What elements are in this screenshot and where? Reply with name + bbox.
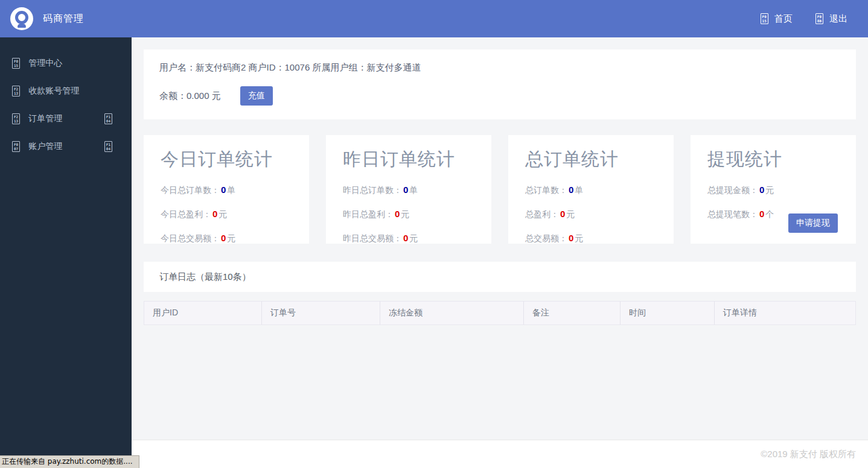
stat-line: 今日总订单数：0单 (161, 185, 292, 196)
stat-label: 总盈利： (525, 209, 559, 219)
app-title: 码商管理 (43, 13, 84, 25)
payment-accounts-icon: F213 (12, 86, 20, 96)
stat-label: 今日总订单数： (161, 185, 220, 195)
sidebar-item-label: 订单管理 (28, 113, 62, 124)
management-center-icon: F015 (12, 58, 20, 69)
stat-value: 0 (395, 209, 400, 219)
stat-line: 昨日总订单数：0单 (343, 185, 474, 196)
stat-card-yesterday: 昨日订单统计 昨日总订单数：0单 昨日总盈利：0元 昨日总交易额：0元 (326, 135, 491, 244)
logout-icon: F08B (815, 13, 823, 24)
stat-card-title: 总订单统计 (525, 147, 657, 172)
stat-unit: 元 (575, 233, 583, 243)
copyright-text: ©2019 新支付 版权所有 (761, 449, 856, 460)
sidebar-item-label: 收款账号管理 (28, 86, 79, 96)
stat-label: 昨日总盈利： (343, 209, 394, 219)
stat-unit: 单 (575, 185, 583, 195)
nav-home-label: 首页 (774, 13, 793, 25)
recharge-button[interactable]: 充值 (240, 86, 273, 106)
stat-value: 0 (221, 233, 226, 243)
stat-unit: 元 (409, 233, 418, 243)
stat-value: 0 (569, 233, 573, 243)
sidebar-item-order-management[interactable]: F213 订单管理 F104 (0, 105, 132, 133)
stat-unit: 元 (219, 209, 227, 219)
stat-value: 0 (221, 185, 226, 195)
home-icon: F015 (761, 13, 768, 24)
stat-label: 昨日总交易额： (343, 233, 402, 243)
stat-card-total: 总订单统计 总订单数：0单 总盈利：0元 总交易额：0元 (508, 135, 674, 244)
column-header-time: 时间 (621, 302, 715, 324)
stat-value: 0 (403, 233, 408, 243)
order-log-title-bar: 订单日志（最新10条） (144, 262, 856, 292)
stat-unit: 元 (227, 233, 235, 243)
order-management-icon: F213 (12, 113, 20, 124)
stat-line: 今日总盈利：0元 (161, 209, 292, 220)
column-header-remark: 备注 (524, 302, 621, 324)
stat-label: 总交易额： (525, 233, 567, 243)
column-header-user-id: 用户ID (144, 302, 262, 324)
nav-logout-label: 退出 (829, 13, 847, 25)
stat-unit: 元 (401, 209, 409, 219)
browser-status-bar: 正在传输来自 pay.zzhuti.com的数据.... (0, 455, 139, 468)
stat-unit: 元 (765, 185, 774, 195)
chevron-collapse-icon: F104 (104, 141, 112, 152)
column-header-order-detail: 订单详情 (715, 302, 855, 324)
stat-card-title: 提现统计 (707, 147, 839, 172)
stat-line: 总盈利：0元 (525, 209, 657, 220)
stat-value: 0 (759, 185, 764, 195)
header-nav: F015 首页 F08B 退出 (761, 13, 847, 25)
stat-value: 0 (212, 209, 217, 219)
stat-value: 0 (560, 209, 565, 219)
avatar-torso-icon (18, 24, 26, 28)
account-management-icon: F007 (12, 141, 20, 152)
main-content: 用户名：新支付码商2 商户ID：10076 所属用户组：新支付多通道 余额：0.… (132, 37, 868, 468)
stat-line: 总提现金额：0元 (707, 185, 839, 196)
stat-line: 今日总交易额：0元 (161, 233, 292, 244)
stat-value: 0 (759, 209, 764, 219)
stat-label: 总订单数： (525, 185, 567, 195)
order-log-table-header: 用户ID 订单号 冻结金额 备注 时间 订单详情 (144, 301, 856, 325)
stat-line: 昨日总盈利：0元 (343, 209, 474, 220)
chevron-collapse-icon: F104 (104, 113, 112, 124)
stat-line: 总订单数：0单 (525, 185, 657, 196)
stat-unit: 元 (566, 209, 575, 219)
app-logo-avatar-icon (10, 7, 33, 30)
nav-logout[interactable]: F08B 退出 (815, 13, 847, 25)
top-header: 码商管理 F015 首页 F08B 退出 (0, 0, 868, 37)
sidebar-item-label: 账户管理 (28, 141, 62, 152)
stat-unit: 单 (409, 185, 418, 195)
sidebar-item-account-management[interactable]: F007 账户管理 F104 (0, 133, 132, 160)
stat-card-today: 今日订单统计 今日总订单数：0单 今日总盈利：0元 今日总交易额：0元 (144, 135, 309, 244)
stat-card-title: 昨日订单统计 (343, 147, 474, 172)
avatar-head-icon (15, 11, 28, 24)
stat-unit: 单 (227, 185, 235, 195)
nav-home[interactable]: F015 首页 (761, 13, 793, 25)
sidebar-item-label: 管理中心 (28, 58, 62, 69)
stat-label: 今日总交易额： (161, 233, 220, 243)
sidebar-item-management-center[interactable]: F015 管理中心 (0, 49, 132, 77)
sidebar: F015 管理中心 F213 收款账号管理 F213 订单管理 F104 F00… (0, 37, 132, 468)
stat-label: 总提现金额： (707, 185, 758, 195)
stat-value: 0 (403, 185, 408, 195)
balance-row: 余额：0.000 元 充值 (159, 86, 840, 106)
stat-unit: 个 (765, 209, 774, 219)
stat-label: 总提现笔数： (707, 209, 758, 219)
stat-value: 0 (569, 185, 573, 195)
stat-label: 昨日总订单数： (343, 185, 402, 195)
stat-line: 昨日总交易额：0元 (343, 233, 474, 244)
apply-withdrawal-button[interactable]: 申请提现 (788, 213, 838, 233)
column-header-frozen-amount: 冻结金额 (380, 302, 524, 324)
order-log-title: 订单日志（最新10条） (159, 271, 251, 283)
column-header-order-no: 订单号 (262, 302, 380, 324)
user-info-line: 用户名：新支付码商2 商户ID：10076 所属用户组：新支付多通道 (159, 62, 840, 74)
stats-row: 今日订单统计 今日总订单数：0单 今日总盈利：0元 今日总交易额：0元 昨日订单… (144, 135, 856, 244)
stat-card-title: 今日订单统计 (161, 147, 292, 172)
stat-label: 今日总盈利： (161, 209, 211, 219)
stat-card-withdrawal: 提现统计 总提现金额：0元 总提现笔数：0个 申请提现 (691, 135, 856, 244)
balance-label: 余额：0.000 元 (159, 90, 221, 102)
page-footer: ©2019 新支付 版权所有 (132, 440, 868, 468)
stat-line: 总交易额：0元 (525, 233, 657, 244)
sidebar-item-payment-accounts[interactable]: F213 收款账号管理 (0, 77, 132, 105)
user-info-card: 用户名：新支付码商2 商户ID：10076 所属用户组：新支付多通道 余额：0.… (144, 49, 856, 119)
